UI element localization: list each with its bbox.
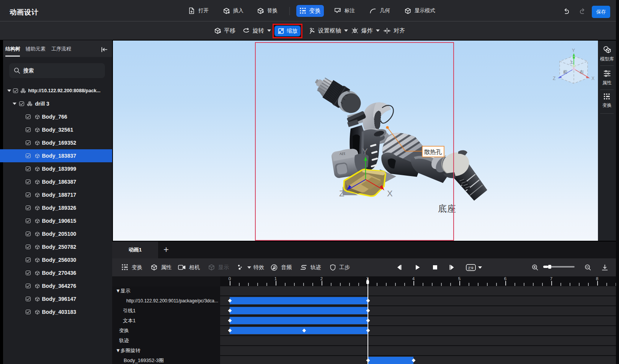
svg-text:正常: 正常 [468,266,474,269]
svg-text:Y: Y [572,48,575,53]
svg-text:Z: Z [553,76,555,81]
svg-text:X: X [591,76,595,81]
